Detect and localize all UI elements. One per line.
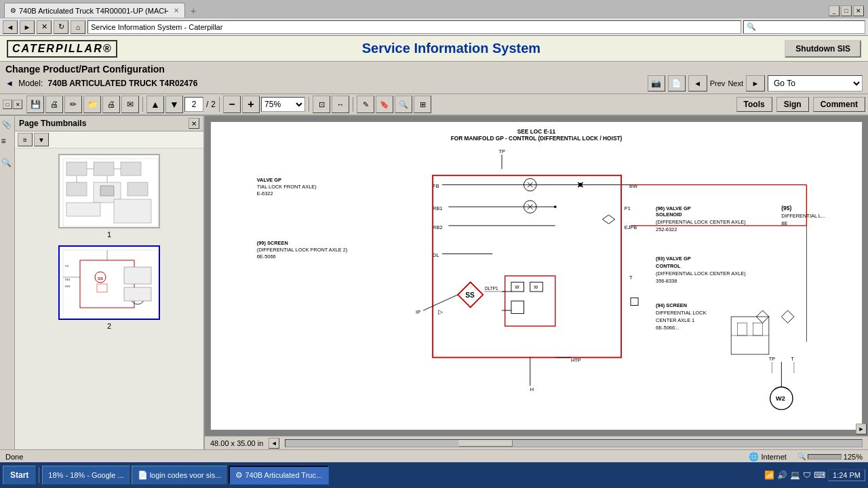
svg-text:(96) VALVE GP: (96) VALVE GP — [656, 205, 691, 211]
taskbar-sis-icon: ⚙ — [235, 470, 243, 480]
zoom-decrease-icon[interactable]: 🔍 — [797, 453, 806, 460]
caterpillar-logo: CATERPILLAR® — [7, 40, 117, 58]
back-nav-btn[interactable]: ◄ — [3, 20, 18, 34]
tb-separator1 — [142, 97, 143, 112]
tb-save2-btn[interactable]: 📁 — [83, 96, 101, 113]
tools-btn[interactable]: Tools — [736, 97, 772, 112]
win-restore-btn[interactable]: □ — [3, 100, 12, 109]
tb-markup-btn[interactable]: ✎ — [357, 96, 374, 113]
svg-text:SS: SS — [98, 277, 103, 281]
goto-select[interactable]: Go To Page 1 Page 2 — [768, 75, 863, 92]
strip-icon-list[interactable]: ≡ — [1, 136, 14, 148]
bottom-status-bar: Done 🌐 Internet 🔍 125% — [0, 449, 868, 463]
tb-down-btn[interactable]: ▼ — [165, 96, 183, 113]
tb-separator4 — [353, 97, 353, 112]
tb-print2-btn[interactable]: 🖨 — [102, 96, 120, 113]
svg-text:FOR MANIFOLD GP - CONTROL (DIF: FOR MANIFOLD GP - CONTROL (DIFFERENTIAL … — [451, 135, 623, 142]
thumbnail-item-2[interactable]: SS W2 FB RB1 RB2 — [20, 245, 198, 330]
refresh-nav-btn[interactable]: ↻ — [54, 20, 68, 34]
tb-fit-width-btn[interactable]: ↔ — [332, 96, 349, 113]
page-size-label: 48.00 x 35.00 in — [210, 439, 263, 447]
thumbnails-close-btn[interactable]: ✕ — [189, 118, 199, 129]
svg-text:W2: W2 — [776, 395, 785, 402]
svg-text:DIFFERENTIAL L...: DIFFERENTIAL L... — [781, 213, 825, 219]
tb-layers-btn[interactable]: ⊞ — [414, 96, 431, 113]
svg-text:(93) VALVE GP: (93) VALVE GP — [656, 256, 691, 262]
model-label: Model: — [18, 79, 43, 88]
camera-icon-btn[interactable]: 📷 — [648, 75, 665, 92]
scroll-thumb[interactable] — [458, 440, 513, 447]
small-win-ctrl: □ ✕ — [3, 100, 22, 109]
sign-btn[interactable]: Sign — [776, 97, 809, 112]
svg-rect-5 — [66, 182, 87, 196]
zoom-control[interactable]: 🔍 125% — [797, 453, 863, 461]
thumb2-svg: SS W2 FB RB1 RB2 — [60, 247, 160, 320]
prev-btn[interactable]: ◄ — [688, 75, 707, 92]
tb-save-btn[interactable]: 💾 — [26, 96, 44, 113]
forward-nav-btn[interactable]: ► — [20, 20, 35, 34]
svg-text:T: T — [791, 356, 794, 362]
thumbnail-item-1[interactable]: 1 — [20, 154, 198, 239]
internet-label: Internet — [762, 453, 787, 461]
window-close-btn[interactable]: ✕ — [853, 5, 864, 16]
new-tab-btn[interactable]: + — [186, 4, 200, 18]
zoom-slider[interactable] — [808, 454, 842, 460]
svg-text:P1: P1 — [625, 205, 631, 211]
thumbnail-scroll-area[interactable]: 1 SS — [15, 148, 203, 449]
shutdown-sis-btn[interactable]: Shutdown SIS — [785, 40, 861, 58]
thumb-tb-btn1[interactable]: ≡ — [18, 133, 33, 146]
back-arrow[interactable]: ◄ — [5, 79, 14, 88]
strip-icon-search[interactable]: 🔍 — [1, 158, 14, 170]
taskbar-btn-google[interactable]: 18% - 18% - Google ... — [42, 466, 130, 485]
tb-up-btn[interactable]: ▲ — [146, 96, 164, 113]
system-tray: 📶 🔊 💻 🛡 ⌨ 1:24 PM — [764, 469, 865, 481]
model-value: 740B ARTICULATED TRUCK T4R02476 — [48, 79, 198, 88]
main-content: 📎 ≡ 🔍 Page Thumbnails ✕ ≡ ▼ — [0, 116, 868, 449]
svg-text:▷: ▷ — [438, 308, 443, 315]
tb-fit-page-btn[interactable]: ⊡ — [313, 96, 330, 113]
start-button[interactable]: Start — [3, 466, 36, 485]
svg-text:EJPB: EJPB — [625, 224, 637, 230]
browser-tab[interactable]: ⚙ 740B Articulated Truck T4R00001-UP (MA… — [4, 3, 185, 18]
tb-zoom-out-btn[interactable]: − — [223, 96, 241, 113]
taskbar-btn-login[interactable]: 📄 login codes voor sis... — [132, 466, 228, 485]
svg-text:HTP: HTP — [571, 357, 581, 363]
done-status: Done — [5, 453, 23, 461]
tb-search-btn[interactable]: 🔍 — [395, 96, 412, 113]
scroll-right-btn[interactable]: ► — [856, 424, 867, 434]
svg-text:FB: FB — [433, 183, 439, 189]
scroll-left-btn[interactable]: ◄ — [269, 438, 279, 449]
tb-right-btns: Tools Sign Comment — [736, 97, 865, 112]
strip-icon-attach[interactable]: 📎 — [1, 120, 14, 132]
window-maximize-btn[interactable]: □ — [841, 5, 852, 16]
tb-stamp-btn[interactable]: 🔖 — [376, 96, 393, 113]
address-bar: ◄ ► ✕ ↻ ⌂ 🔍 — [0, 18, 868, 35]
doc-page[interactable]: SEE LOC E-11 FOR MANIFOLD GP - CONTROL (… — [210, 121, 863, 430]
tb-print-btn[interactable]: 🖨 — [45, 96, 63, 113]
zoom-select[interactable]: 75% 50% 100% 125% — [261, 97, 305, 112]
win-close-small-btn[interactable]: ✕ — [13, 100, 22, 109]
taskbar-btn-sis[interactable]: ⚙ 740B Articulated Truc... — [229, 466, 329, 485]
next-btn[interactable]: ► — [746, 75, 765, 92]
tab-close-icon[interactable]: ✕ — [174, 7, 179, 14]
address-input[interactable] — [87, 20, 741, 34]
svg-point-116 — [578, 183, 583, 187]
h-scrollbar[interactable] — [285, 439, 863, 447]
home-nav-btn[interactable]: ⌂ — [71, 20, 85, 34]
tb-edit-btn[interactable]: ✏ — [64, 96, 82, 113]
document-icon-btn[interactable]: 📄 — [668, 75, 686, 92]
thumbnail-frame-1 — [58, 154, 160, 228]
svg-text:W: W — [515, 285, 519, 289]
page-thumbnails-panel: Page Thumbnails ✕ ≡ ▼ — [15, 116, 205, 449]
tb-mail-btn[interactable]: ✉ — [121, 96, 139, 113]
thumbnail-label-2: 2 — [107, 322, 111, 330]
thumb-tb-btn2[interactable]: ▼ — [34, 133, 49, 146]
tb-zoom-in-btn[interactable]: + — [242, 96, 260, 113]
browser-chrome: ⚙ 740B Articulated Truck T4R00001-UP (MA… — [0, 0, 868, 36]
stop-nav-btn[interactable]: ✕ — [37, 20, 52, 34]
comment-btn[interactable]: Comment — [813, 97, 865, 112]
page-number-input[interactable] — [184, 97, 203, 112]
schematic-diagram: SEE LOC E-11 FOR MANIFOLD GP - CONTROL (… — [211, 122, 862, 430]
window-minimize-btn[interactable]: _ — [829, 5, 840, 16]
search-input-area[interactable]: 🔍 — [743, 20, 865, 34]
